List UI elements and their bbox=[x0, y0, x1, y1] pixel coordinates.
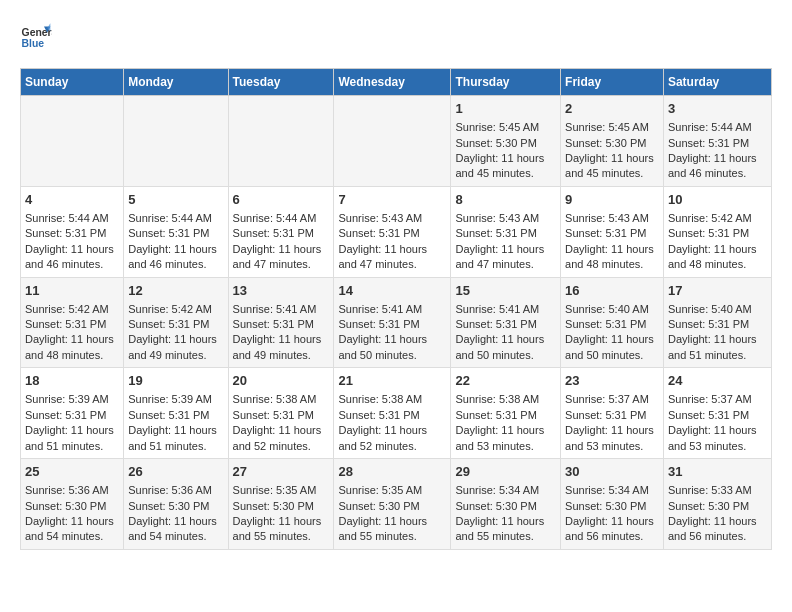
day-info: Sunrise: 5:36 AM bbox=[128, 483, 223, 498]
calendar-table: SundayMondayTuesdayWednesdayThursdayFrid… bbox=[20, 68, 772, 550]
calendar-cell bbox=[228, 96, 334, 187]
calendar-cell: 17Sunrise: 5:40 AMSunset: 5:31 PMDayligh… bbox=[663, 277, 771, 368]
day-info: Sunrise: 5:41 AM bbox=[233, 302, 330, 317]
day-info: Daylight: 11 hours and 49 minutes. bbox=[233, 332, 330, 363]
day-info: Daylight: 11 hours and 49 minutes. bbox=[128, 332, 223, 363]
day-info: Sunset: 5:30 PM bbox=[233, 499, 330, 514]
header-day-sunday: Sunday bbox=[21, 69, 124, 96]
day-info: Sunset: 5:31 PM bbox=[668, 226, 767, 241]
calendar-cell: 10Sunrise: 5:42 AMSunset: 5:31 PMDayligh… bbox=[663, 186, 771, 277]
day-number: 16 bbox=[565, 282, 659, 300]
day-number: 20 bbox=[233, 372, 330, 390]
calendar-cell: 16Sunrise: 5:40 AMSunset: 5:31 PMDayligh… bbox=[561, 277, 664, 368]
day-info: Sunset: 5:31 PM bbox=[565, 226, 659, 241]
day-info: Daylight: 11 hours and 56 minutes. bbox=[668, 514, 767, 545]
day-info: Sunset: 5:31 PM bbox=[455, 226, 556, 241]
week-row-3: 11Sunrise: 5:42 AMSunset: 5:31 PMDayligh… bbox=[21, 277, 772, 368]
day-info: Sunset: 5:31 PM bbox=[668, 317, 767, 332]
day-info: Sunrise: 5:42 AM bbox=[25, 302, 119, 317]
day-info: Sunset: 5:31 PM bbox=[455, 408, 556, 423]
day-info: Sunrise: 5:37 AM bbox=[565, 392, 659, 407]
day-info: Daylight: 11 hours and 50 minutes. bbox=[565, 332, 659, 363]
day-info: Sunrise: 5:38 AM bbox=[338, 392, 446, 407]
day-info: Sunrise: 5:41 AM bbox=[338, 302, 446, 317]
day-info: Sunrise: 5:45 AM bbox=[455, 120, 556, 135]
day-number: 26 bbox=[128, 463, 223, 481]
day-number: 17 bbox=[668, 282, 767, 300]
calendar-cell: 3Sunrise: 5:44 AMSunset: 5:31 PMDaylight… bbox=[663, 96, 771, 187]
day-info: Sunrise: 5:41 AM bbox=[455, 302, 556, 317]
calendar-cell: 28Sunrise: 5:35 AMSunset: 5:30 PMDayligh… bbox=[334, 459, 451, 550]
day-info: Daylight: 11 hours and 56 minutes. bbox=[565, 514, 659, 545]
logo: General Blue bbox=[20, 20, 52, 52]
day-info: Sunset: 5:31 PM bbox=[128, 408, 223, 423]
day-number: 23 bbox=[565, 372, 659, 390]
day-info: Sunrise: 5:34 AM bbox=[455, 483, 556, 498]
day-info: Sunset: 5:31 PM bbox=[25, 317, 119, 332]
day-info: Sunset: 5:31 PM bbox=[25, 226, 119, 241]
calendar-cell bbox=[334, 96, 451, 187]
header-day-saturday: Saturday bbox=[663, 69, 771, 96]
calendar-cell: 20Sunrise: 5:38 AMSunset: 5:31 PMDayligh… bbox=[228, 368, 334, 459]
calendar-cell: 19Sunrise: 5:39 AMSunset: 5:31 PMDayligh… bbox=[124, 368, 228, 459]
calendar-cell: 5Sunrise: 5:44 AMSunset: 5:31 PMDaylight… bbox=[124, 186, 228, 277]
day-number: 7 bbox=[338, 191, 446, 209]
calendar-cell: 2Sunrise: 5:45 AMSunset: 5:30 PMDaylight… bbox=[561, 96, 664, 187]
day-info: Sunrise: 5:42 AM bbox=[668, 211, 767, 226]
day-info: Sunrise: 5:43 AM bbox=[455, 211, 556, 226]
day-info: Daylight: 11 hours and 46 minutes. bbox=[668, 151, 767, 182]
calendar-cell: 21Sunrise: 5:38 AMSunset: 5:31 PMDayligh… bbox=[334, 368, 451, 459]
day-number: 30 bbox=[565, 463, 659, 481]
day-info: Daylight: 11 hours and 46 minutes. bbox=[25, 242, 119, 273]
day-info: Sunrise: 5:40 AM bbox=[565, 302, 659, 317]
day-info: Daylight: 11 hours and 53 minutes. bbox=[455, 423, 556, 454]
day-info: Daylight: 11 hours and 53 minutes. bbox=[565, 423, 659, 454]
day-info: Daylight: 11 hours and 48 minutes. bbox=[668, 242, 767, 273]
day-info: Sunrise: 5:35 AM bbox=[338, 483, 446, 498]
day-info: Daylight: 11 hours and 48 minutes. bbox=[565, 242, 659, 273]
day-info: Sunrise: 5:37 AM bbox=[668, 392, 767, 407]
day-info: Sunset: 5:31 PM bbox=[668, 408, 767, 423]
calendar-cell: 8Sunrise: 5:43 AMSunset: 5:31 PMDaylight… bbox=[451, 186, 561, 277]
day-info: Sunset: 5:31 PM bbox=[565, 408, 659, 423]
day-info: Sunrise: 5:43 AM bbox=[338, 211, 446, 226]
day-info: Sunrise: 5:38 AM bbox=[455, 392, 556, 407]
calendar-cell: 7Sunrise: 5:43 AMSunset: 5:31 PMDaylight… bbox=[334, 186, 451, 277]
day-number: 18 bbox=[25, 372, 119, 390]
day-info: Daylight: 11 hours and 52 minutes. bbox=[233, 423, 330, 454]
calendar-cell: 13Sunrise: 5:41 AMSunset: 5:31 PMDayligh… bbox=[228, 277, 334, 368]
day-info: Sunrise: 5:44 AM bbox=[128, 211, 223, 226]
day-number: 10 bbox=[668, 191, 767, 209]
day-number: 3 bbox=[668, 100, 767, 118]
day-info: Daylight: 11 hours and 51 minutes. bbox=[25, 423, 119, 454]
day-info: Sunrise: 5:35 AM bbox=[233, 483, 330, 498]
header-day-monday: Monday bbox=[124, 69, 228, 96]
day-number: 6 bbox=[233, 191, 330, 209]
day-info: Sunset: 5:30 PM bbox=[455, 499, 556, 514]
day-number: 8 bbox=[455, 191, 556, 209]
day-info: Sunrise: 5:44 AM bbox=[233, 211, 330, 226]
day-info: Daylight: 11 hours and 55 minutes. bbox=[455, 514, 556, 545]
day-info: Sunset: 5:31 PM bbox=[25, 408, 119, 423]
day-number: 14 bbox=[338, 282, 446, 300]
day-info: Sunrise: 5:40 AM bbox=[668, 302, 767, 317]
calendar-cell: 9Sunrise: 5:43 AMSunset: 5:31 PMDaylight… bbox=[561, 186, 664, 277]
calendar-cell: 24Sunrise: 5:37 AMSunset: 5:31 PMDayligh… bbox=[663, 368, 771, 459]
calendar-cell: 22Sunrise: 5:38 AMSunset: 5:31 PMDayligh… bbox=[451, 368, 561, 459]
day-info: Daylight: 11 hours and 47 minutes. bbox=[338, 242, 446, 273]
calendar-cell: 11Sunrise: 5:42 AMSunset: 5:31 PMDayligh… bbox=[21, 277, 124, 368]
day-number: 15 bbox=[455, 282, 556, 300]
week-row-4: 18Sunrise: 5:39 AMSunset: 5:31 PMDayligh… bbox=[21, 368, 772, 459]
day-number: 22 bbox=[455, 372, 556, 390]
calendar-cell: 29Sunrise: 5:34 AMSunset: 5:30 PMDayligh… bbox=[451, 459, 561, 550]
day-number: 13 bbox=[233, 282, 330, 300]
day-info: Sunset: 5:31 PM bbox=[565, 317, 659, 332]
day-info: Daylight: 11 hours and 55 minutes. bbox=[338, 514, 446, 545]
day-info: Sunset: 5:30 PM bbox=[668, 499, 767, 514]
day-info: Sunrise: 5:42 AM bbox=[128, 302, 223, 317]
day-info: Sunrise: 5:33 AM bbox=[668, 483, 767, 498]
day-info: Sunrise: 5:34 AM bbox=[565, 483, 659, 498]
day-number: 4 bbox=[25, 191, 119, 209]
day-info: Sunset: 5:31 PM bbox=[128, 317, 223, 332]
day-info: Daylight: 11 hours and 46 minutes. bbox=[128, 242, 223, 273]
